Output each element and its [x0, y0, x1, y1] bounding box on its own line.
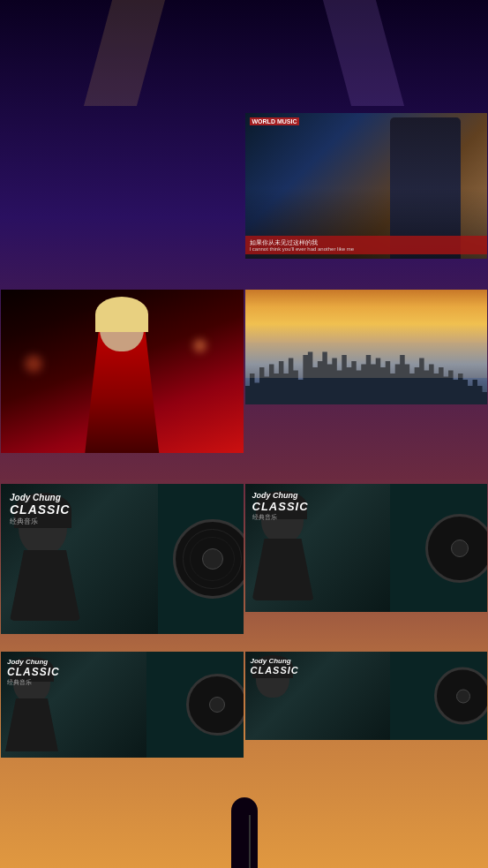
album-artist-4: Jody Chung [251, 657, 299, 665]
vinyl-record [173, 519, 244, 599]
subtitle-text-en: I cannot think you'll ever had another l… [250, 246, 484, 252]
thumbnail [1, 290, 244, 453]
thumbnail: Jody Chung CLASSIC 经典音乐 [1, 484, 244, 634]
album-sub-2: 经典音乐 [252, 513, 309, 522]
thumbnail [1, 113, 244, 259]
subtitle-overlay: 如果你从未见过这样的我 I cannot think you'll ever h… [245, 236, 488, 254]
album-sub-3: 经典音乐 [7, 678, 60, 687]
thumbnail [245, 290, 488, 404]
album-artist: Jody Chung [10, 493, 70, 502]
thumbnail: 如果你从未见过这样的我 I cannot think you'll ever h… [245, 113, 488, 259]
vinyl-record-3 [186, 674, 244, 736]
list-item[interactable]: Style Delicate - Taylor Swift [1, 113, 244, 288]
content-grid: Style Delicate - Taylor Swift 如果你从未见过这样的… [0, 112, 488, 788]
thumbnail: Jody Chung CLASSIC [245, 652, 488, 740]
album-sub: 经典音乐 [10, 517, 70, 526]
album-name: CLASSIC [10, 502, 70, 517]
album-artist-3: Jody Chung [7, 658, 60, 666]
thumbnail: Jody Chung CLASSIC 经典音乐 [245, 484, 488, 612]
album-name-4: CLASSIC [251, 665, 299, 676]
album-name-2: CLASSIC [252, 500, 309, 513]
album-name-3: CLASSIC [7, 666, 60, 678]
album-artist-2: Jody Chung [252, 491, 309, 500]
subtitle-text: 如果你从未见过这样的我 [250, 238, 484, 246]
channel-badge: WORLD MUSIC [250, 117, 300, 125]
list-item[interactable]: Jody Chung CLASSIC 经典音乐 [1, 484, 244, 650]
thumbnail: Jody Chung CLASSIC 经典音乐 [1, 652, 244, 758]
vinyl-record-2 [425, 514, 487, 583]
vinyl-record-4 [434, 668, 487, 725]
